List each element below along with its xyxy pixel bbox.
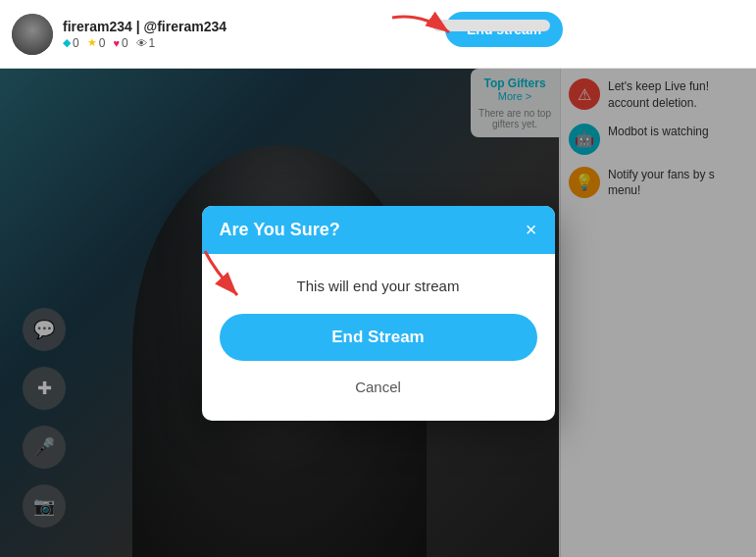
modal-end-stream-button[interactable]: End Stream xyxy=(220,314,537,361)
confirm-modal: Are You Sure? × This will end your strea… xyxy=(202,206,555,421)
modal-cancel-button[interactable]: Cancel xyxy=(220,373,537,401)
star-stat: ★ 0 xyxy=(87,36,106,50)
modal-body: This will end your stream xyxy=(202,254,555,421)
modal-close-button[interactable]: × xyxy=(526,220,537,239)
diamond-stat: ◆ 0 xyxy=(63,36,79,50)
header-scrollbar xyxy=(432,20,550,31)
modal-title: Are You Sure? xyxy=(220,220,340,240)
diamond-count: 0 xyxy=(73,36,79,50)
modal-overlay: Are You Sure? × This will end your strea… xyxy=(0,69,756,557)
star-count: 0 xyxy=(99,36,106,50)
heart-stat: ♥ 0 xyxy=(113,36,127,50)
modal-button-wrapper: End Stream xyxy=(220,314,537,373)
eye-count: 1 xyxy=(149,36,156,50)
modal-header: Are You Sure? × xyxy=(202,206,555,254)
user-info: fireram234 | @fireram234 ◆ 0 ★ 0 ♥ 0 👁 1 xyxy=(63,19,227,50)
star-icon: ★ xyxy=(87,36,97,49)
heart-count: 0 xyxy=(122,36,128,50)
heart-icon: ♥ xyxy=(113,37,120,49)
user-stats: ◆ 0 ★ 0 ♥ 0 👁 1 xyxy=(63,36,227,50)
main-content: Top Gifters More > There are no top gift… xyxy=(0,69,756,557)
modal-message: This will end your stream xyxy=(220,278,537,294)
eye-stat: 👁 1 xyxy=(136,36,156,50)
diamond-icon: ◆ xyxy=(63,36,71,49)
avatar xyxy=(12,14,53,55)
username: fireram234 | @fireram234 xyxy=(63,19,227,34)
header-left: fireram234 | @fireram234 ◆ 0 ★ 0 ♥ 0 👁 1 xyxy=(12,14,227,55)
eye-icon: 👁 xyxy=(136,37,147,49)
header: fireram234 | @fireram234 ◆ 0 ★ 0 ♥ 0 👁 1 xyxy=(0,0,756,69)
